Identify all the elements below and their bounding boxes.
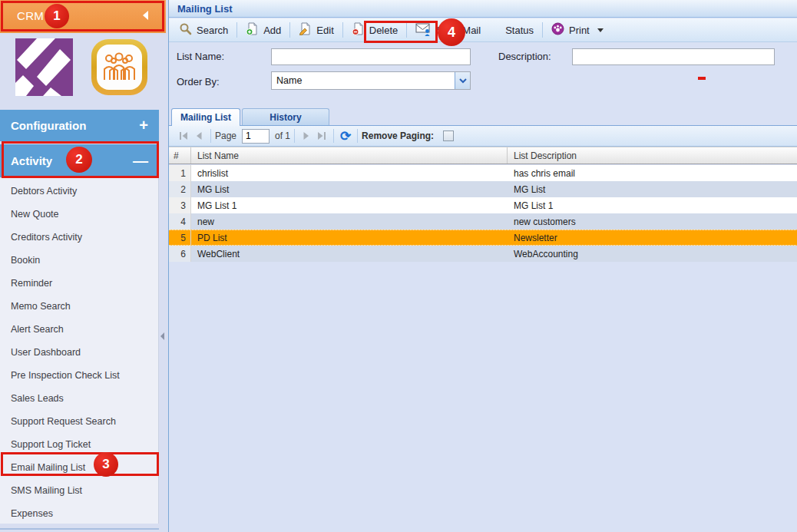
tab-history[interactable]: History (242, 108, 329, 125)
pager-separator (294, 129, 295, 143)
cell-list-name: chrislist (191, 165, 508, 181)
search-icon (179, 22, 192, 38)
table-header: # List Name List Description (169, 147, 797, 164)
column-header-list-description[interactable]: List Description (508, 147, 797, 164)
add-icon (246, 22, 259, 38)
pager-separator (333, 129, 334, 143)
sidebar-item-new-quote[interactable]: New Quote (0, 203, 158, 226)
splitter-collapse-icon[interactable] (160, 332, 164, 340)
search-button[interactable]: Search (172, 20, 235, 40)
cell-list-description: MG List 1 (508, 197, 797, 213)
list-name-input[interactable] (271, 48, 471, 65)
sidebar-item-reminder[interactable]: Reminder (0, 272, 158, 295)
pager-separator (357, 129, 358, 143)
add-button[interactable]: Add (239, 20, 288, 40)
cell-list-description: WebAccounting (508, 246, 797, 262)
mailing-list-panel: Mailing List Search Add Edit (168, 0, 797, 532)
sidebar-item-support-request-search[interactable]: Support Request Search (0, 410, 158, 433)
list-name-label: List Name: (177, 51, 224, 62)
cell-list-description: new customers (508, 213, 797, 230)
status-button[interactable]: Status (498, 20, 541, 40)
delete-icon (352, 22, 365, 38)
tab-mailing-list[interactable]: Mailing List (171, 108, 240, 126)
company-logo (15, 38, 73, 99)
print-icon (551, 22, 564, 38)
annotation-rect-email-mailing-list (1, 452, 159, 476)
sidebar-item-expenses[interactable]: Expenses (0, 502, 158, 525)
sidebar-item-sms-mailing-list[interactable]: SMS Mailing List (0, 479, 158, 502)
cell-list-description: MG List (508, 181, 797, 197)
section-label: Configuration (0, 119, 139, 132)
pager-separator (210, 129, 211, 143)
page-of-label: of 1 (275, 131, 290, 141)
toolbar-separator (542, 22, 543, 38)
table-row[interactable]: 6WebClientWebAccounting (169, 246, 797, 262)
first-page-icon[interactable] (176, 128, 191, 144)
table-body: 1chrislisthas chris email2MG ListMG List… (169, 165, 797, 262)
description-input[interactable] (572, 48, 775, 65)
remove-paging-checkbox[interactable] (443, 131, 454, 141)
annotation-rect-send-mail (364, 21, 438, 43)
sidebar-item-creditors-activity[interactable]: Creditors Activity (0, 226, 158, 249)
order-by-value: Name (272, 75, 455, 86)
toolbar-separator (342, 22, 343, 38)
toolbar: Search Add Edit Delete (169, 18, 797, 42)
remove-paging-label: Remove Paging: (362, 131, 434, 141)
sidebar-item-bookin[interactable]: Bookin (0, 249, 158, 272)
cell-row-number: 6 (169, 246, 191, 262)
table-row[interactable]: 2MG ListMG List (169, 181, 797, 197)
refresh-icon[interactable]: ⟳ (338, 128, 353, 144)
sidebar-section-configuration[interactable]: Configuration + (0, 110, 159, 141)
sidebar-item-pre-inspection-check-list[interactable]: Pre Inspection Check List (0, 364, 158, 387)
page-number-input[interactable] (242, 129, 270, 144)
cell-row-number: 3 (169, 197, 191, 213)
cell-row-number: 5 (169, 230, 191, 245)
column-header-list-name[interactable]: List Name (191, 147, 508, 164)
next-page-icon[interactable] (299, 128, 314, 144)
red-dash-annotation (698, 77, 706, 80)
sidebar-item-debtors-activity[interactable]: Debtors Activity (0, 180, 158, 203)
print-button[interactable]: Print (544, 20, 610, 40)
toolbar-separator (236, 22, 237, 38)
sidebar-item-memo-search[interactable]: Memo Search (0, 295, 158, 318)
pager-bar: Page of 1 ⟳ Remove Paging: (169, 125, 797, 147)
crm-module-icon (90, 38, 149, 100)
table-row[interactable]: 5PD ListNewsletter (169, 230, 797, 246)
sidebar-item-alert-search[interactable]: Alert Search (0, 318, 158, 341)
order-by-label: Order By: (177, 76, 220, 88)
cell-list-name: new (191, 213, 508, 230)
previous-page-icon[interactable] (191, 128, 207, 144)
annotation-step-badge: 3 (94, 452, 118, 477)
annotation-step-badge: 4 (438, 18, 465, 46)
print-dropdown-caret-icon[interactable] (597, 28, 604, 32)
sidebar-item-user-dashboard[interactable]: User Dashboard (0, 341, 158, 364)
cell-list-name: WebClient (191, 246, 508, 262)
column-header-number[interactable]: # (169, 147, 191, 164)
expand-icon[interactable]: + (139, 117, 159, 134)
table-row[interactable]: 3MG List 1MG List 1 (169, 197, 797, 213)
cell-list-description: has chris email (508, 165, 797, 181)
sidebar-bottom-divider (0, 528, 159, 530)
cell-row-number: 2 (169, 181, 191, 197)
annotation-step-badge: 2 (66, 147, 92, 173)
cell-list-description: Newsletter (508, 230, 797, 245)
annotation-rect-crm-header (1, 1, 164, 31)
panel-titlebar: Mailing List (169, 0, 797, 18)
order-by-select[interactable]: Name (271, 71, 471, 90)
last-page-icon[interactable] (314, 128, 329, 144)
annotation-step-badge: 1 (45, 4, 69, 28)
table-row[interactable]: 1chrislisthas chris email (169, 165, 797, 181)
table-row[interactable]: 4newnew customers (169, 213, 797, 230)
cell-list-name: MG List (191, 181, 508, 197)
chevron-down-icon[interactable] (455, 72, 470, 89)
toolbar-separator (289, 22, 290, 38)
description-label: Description: (498, 51, 551, 62)
edit-icon (299, 22, 312, 38)
crm-application-window: CRM (0, 0, 797, 532)
edit-button[interactable]: Edit (292, 20, 340, 40)
page-label: Page (215, 131, 236, 141)
page-title: Mailing List (177, 3, 233, 15)
sidebar-item-sales-leads[interactable]: Sales Leads (0, 387, 158, 410)
cell-list-name: PD List (191, 230, 508, 245)
cell-row-number: 4 (169, 213, 191, 230)
